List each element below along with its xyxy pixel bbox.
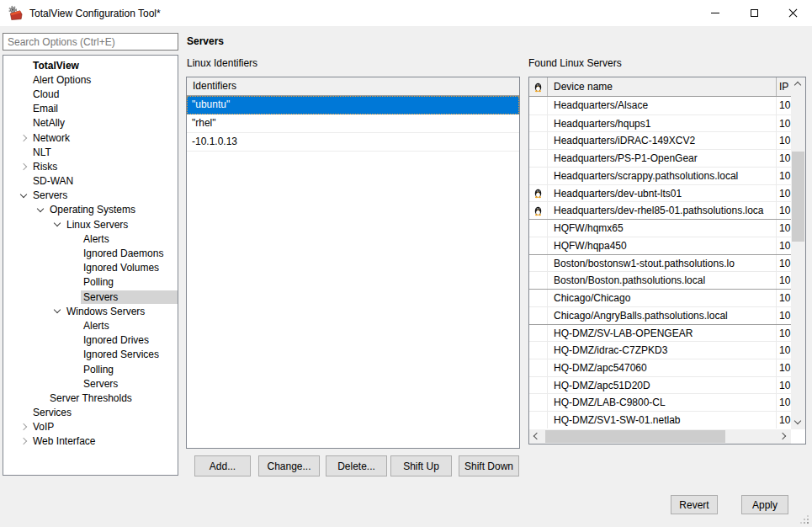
revert-button[interactable]: Revert [671,495,718,514]
tree-item-ignored-services[interactable]: Ignored Services [3,348,178,362]
device-name-cell: Headquarters/Alsace [548,97,777,114]
scroll-up-button[interactable] [791,77,805,91]
tree-item-alerts[interactable]: Alerts [3,318,178,333]
resize-grip[interactable] [800,515,809,524]
shift-down-button[interactable]: Shift Down [459,455,519,476]
identifier-row[interactable]: "rhel" [187,114,519,133]
device-name-cell: Headquarters/dev-rhel85-01.pathsolutions… [548,202,777,219]
title-bar: TotalView Configuration Tool* [0,0,812,26]
tree-item-ignored-daemons[interactable]: Ignored Daemons [3,246,178,260]
server-row[interactable]: Chicago/Chicago10 [529,289,791,306]
apply-button[interactable]: Apply [741,495,788,514]
close-icon [788,8,798,18]
tree-item-label: Alerts [81,319,112,333]
tree-item-totalview[interactable]: TotalView [3,58,178,72]
tree-item-alerts[interactable]: Alerts [3,232,178,246]
tree-item-ignored-volumes[interactable]: Ignored Volumes [3,261,178,275]
horizontal-scrollbar[interactable] [529,429,791,444]
close-button[interactable] [773,0,812,26]
chevron-expanded-icon[interactable] [52,219,64,231]
tree-item-sd-wan[interactable]: SD-WAN [3,174,178,189]
chevron-collapsed-icon[interactable] [19,421,30,433]
add-button[interactable]: Add... [194,455,251,476]
icon-cell [529,412,548,429]
tree-item-polling[interactable]: Polling [3,362,178,376]
found-servers-table[interactable]: Device name IP Headquarters/Alsace10Head… [528,77,806,444]
minimize-button[interactable] [696,0,735,26]
tree-item-servers[interactable]: Servers [3,189,178,203]
server-row[interactable]: Headquarters/hqups110 [529,114,791,132]
scroll-left-button[interactable] [529,429,543,444]
server-row[interactable]: HQ-DMZ/apc54706010 [529,359,791,376]
server-row[interactable]: HQ-DMZ/apc51D20D10 [529,376,791,394]
icon-cell [529,168,548,184]
tree-spacer [69,364,81,375]
delete-button[interactable]: Delete... [326,455,387,476]
tree-item-cloud[interactable]: Cloud [3,87,178,101]
server-row[interactable]: HQ-DMZ/SV1-SW-01.netlab10 [529,411,791,429]
tree-item-ignored-drives[interactable]: Ignored Drives [3,333,178,348]
tree-item-services[interactable]: Services [3,406,178,420]
scroll-right-button[interactable] [778,429,791,444]
identifiers-list[interactable]: Identifiers "ubuntu""rhel"-10.1.0.13 [186,77,520,449]
vertical-scrollbar[interactable] [791,77,805,429]
server-row[interactable]: HQ-DMZ/LAB-C9800-CL10 [529,393,791,411]
tux-column-header[interactable] [529,77,548,96]
identifier-row[interactable]: -10.1.0.13 [187,133,519,152]
tree-item-server-thresholds[interactable]: Server Thresholds [3,391,178,405]
server-row[interactable]: Headquarters/iDRAC-149XCV210 [529,131,791,149]
search-input[interactable] [3,33,178,51]
change-button[interactable]: Change... [258,455,320,476]
chevron-expanded-icon[interactable] [52,306,64,317]
identifiers-column-header[interactable]: Identifiers [187,77,519,96]
scroll-down-button[interactable] [791,416,805,429]
server-row[interactable]: Headquarters/scrappy.pathsolutions.local… [529,167,791,184]
tree-item-netally[interactable]: NetAlly [3,116,178,130]
icon-cell [529,150,548,167]
tree-item-nlt[interactable]: NLT [3,145,178,159]
server-row[interactable]: Boston/Boston.pathsolutions.local10 [529,271,791,289]
identifier-row[interactable]: "ubuntu" [187,96,519,114]
tree-item-servers[interactable]: Servers [3,290,178,304]
tree-item-risks[interactable]: Risks [3,159,178,173]
server-row[interactable]: HQFW/hqmx6510 [529,219,791,237]
shift-up-button[interactable]: Shift Up [390,455,452,476]
chevron-collapsed-icon[interactable] [19,435,30,447]
identifiers-rows: "ubuntu""rhel"-10.1.0.13 [187,96,519,152]
options-tree[interactable]: TotalViewAlert OptionsCloudEmailNetAllyN… [3,55,178,476]
chevron-collapsed-icon[interactable] [19,161,30,173]
device-name-cell: HQ-DMZ/SV-LAB-OPENGEAR [548,325,777,342]
tree-item-web-interface[interactable]: Web Interface [3,434,178,449]
server-row[interactable]: HQFW/hqpa45010 [529,237,791,254]
chevron-expanded-icon[interactable] [19,189,30,201]
tree-item-windows-servers[interactable]: Windows Servers [3,304,178,318]
tree-item-servers[interactable]: Servers [3,376,178,391]
server-row[interactable]: HQ-DMZ/idrac-C7ZPKD310 [529,341,791,359]
server-row[interactable]: Headquarters/dev-rhel85-01.pathsolutions… [529,201,791,219]
chevron-collapsed-icon[interactable] [19,132,30,144]
server-row[interactable]: Boston/bostonsw1-stout.pathsolutions.lo1… [529,254,791,272]
server-row[interactable]: Chicago/AngryBalls.pathsolutions.local10 [529,306,791,324]
tree-item-email[interactable]: Email [3,102,178,116]
chevron-right-icon [779,433,786,439]
horizontal-scrollbar-thumb[interactable] [545,430,725,443]
device-name-column-header[interactable]: Device name [548,77,777,96]
vertical-scrollbar-thumb[interactable] [792,152,804,242]
device-name-cell: HQ-DMZ/LAB-C9800-CL [548,394,777,411]
device-name-cell: HQ-DMZ/SV1-SW-01.netlab [548,412,777,429]
server-row[interactable]: Headquarters/Alsace10 [529,97,791,114]
tree-item-operating-systems[interactable]: Operating Systems [3,203,178,217]
tree-item-network[interactable]: Network [3,130,178,145]
page-title: Servers [187,35,224,47]
server-row[interactable]: Headquarters/dev-ubnt-lts0110 [529,184,791,202]
maximize-button[interactable] [735,0,773,26]
server-row[interactable]: HQ-DMZ/SV-LAB-OPENGEAR10 [529,324,791,342]
tree-item-alert-options[interactable]: Alert Options [3,72,178,87]
device-name-cell: HQ-DMZ/apc51D20D [548,377,777,394]
server-row[interactable]: Headquarters/PS-P1-OpenGear10 [529,149,791,167]
chevron-expanded-icon[interactable] [35,204,47,216]
tree-item-linux-servers[interactable]: Linux Servers [3,217,178,232]
tree-item-polling[interactable]: Polling [3,275,178,290]
ip-column-header[interactable]: IP [777,77,791,96]
tree-item-voip[interactable]: VoIP [3,420,178,434]
